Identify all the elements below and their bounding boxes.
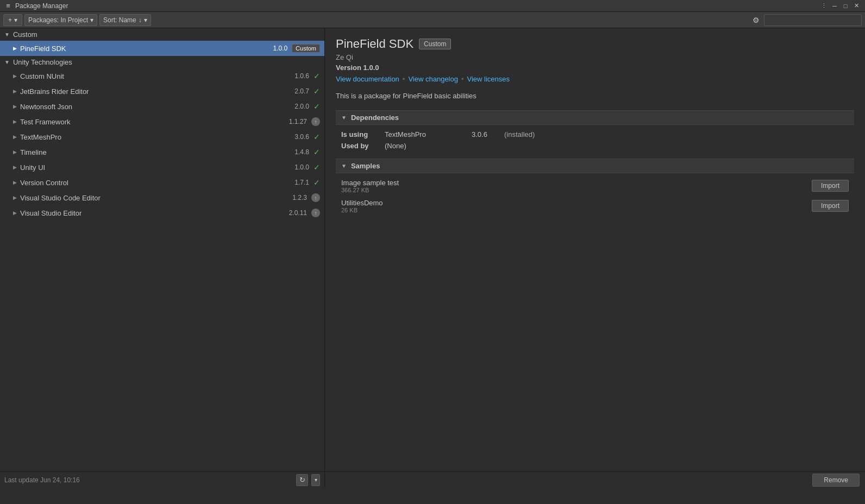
settings-gear-icon[interactable]: ⚙ — [750, 14, 762, 26]
group-custom-label: Custom — [13, 30, 37, 39]
package-item-vs-editor[interactable]: ▶ Visual Studio Editor 2.0.11 ↑ — [0, 205, 324, 220]
package-item-textmeshpro[interactable]: ▶ TextMeshPro 3.0.6 ✓ — [0, 129, 324, 144]
last-update-text: Last update Jun 24, 10:16 — [4, 476, 293, 484]
package-arrow: ▶ — [13, 149, 17, 155]
package-name-newtonsoft: Newtonsoft Json — [20, 103, 294, 111]
dependencies-title: Dependencies — [351, 114, 399, 122]
package-version-vs-editor: 2.0.11 — [289, 209, 307, 217]
package-item-newtonsoft[interactable]: ▶ Newtonsoft Json 2.0.0 ✓ — [0, 99, 324, 114]
sample-info-image: Image sample test 366.27 KB — [341, 179, 803, 193]
packages-label: Packages: In Project — [28, 16, 88, 24]
sample-size-image: 366.27 KB — [341, 187, 803, 193]
sample-name-image: Image sample test — [341, 179, 803, 187]
pkg-links: View documentation • View changelog • Vi… — [336, 75, 854, 83]
package-version-test-framework: 1.1.27 — [289, 118, 307, 125]
status-up-vscode-editor: ↑ — [311, 193, 320, 202]
add-button[interactable]: + ▾ — [3, 14, 22, 26]
package-name-vscode-editor: Visual Studio Code Editor — [20, 194, 292, 202]
package-name-test-framework: Test Framework — [20, 118, 289, 126]
package-item-test-framework[interactable]: ▶ Test Framework 1.1.27 ↑ — [0, 114, 324, 129]
package-version-custom-nunit: 1.0.6 — [294, 72, 309, 80]
sample-name-utilities: UtilitiesDemo — [341, 199, 803, 207]
samples-section-header[interactable]: ▼ Samples — [336, 159, 854, 173]
package-item-custom-nunit[interactable]: ▶ Custom NUnit 1.0.6 ✓ — [0, 68, 324, 84]
package-version-version-control: 1.7.1 — [294, 179, 309, 186]
title-bar-minimize-btn[interactable]: ─ — [830, 2, 839, 10]
title-bar-maximize-btn[interactable]: □ — [841, 2, 850, 10]
package-name-custom-nunit: Custom NUnit — [20, 72, 294, 80]
refresh-dropdown-button[interactable]: ▾ — [311, 474, 320, 486]
group-unity-technologies[interactable]: ▼ Unity Technologies — [0, 56, 324, 68]
sort-label: Sort: Name — [103, 16, 136, 24]
dep-status-textmeshpro: (installed) — [504, 130, 535, 138]
title-bar-controls: ⋮ ─ □ ✕ — [819, 2, 861, 10]
right-bottom-bar: Remove — [325, 471, 865, 488]
package-item-unity-ui[interactable]: ▶ Unity UI 1.0.0 ✓ — [0, 160, 324, 175]
package-item-jetbrains[interactable]: ▶ JetBrains Rider Editor 2.0.7 ✓ — [0, 84, 324, 99]
dep-name-textmeshpro: TextMeshPro — [385, 130, 472, 138]
pkg-title-row: PineField SDK Custom — [336, 37, 854, 51]
package-item-timeline[interactable]: ▶ Timeline 1.4.8 ✓ — [0, 144, 324, 160]
dep-label-usedby: Used by — [341, 142, 385, 150]
package-arrow: ▶ — [13, 165, 17, 170]
view-changelog-link[interactable]: View changelog — [408, 75, 458, 83]
package-manager-icon: ≡ — [4, 2, 12, 10]
import-button-image[interactable]: Import — [812, 180, 849, 192]
status-check-timeline: ✓ — [314, 148, 320, 156]
view-documentation-link[interactable]: View documentation — [336, 75, 399, 83]
package-item-vscode-editor[interactable]: ▶ Visual Studio Code Editor 1.2.3 ↑ — [0, 190, 324, 205]
sample-info-utilities: UtilitiesDemo 26 KB — [341, 199, 803, 213]
group-unity-label: Unity Technologies — [13, 58, 72, 66]
packages-dropdown-arrow: ▾ — [90, 16, 93, 24]
dep-label-isusing: Is using — [341, 130, 385, 138]
title-bar-menu-btn[interactable]: ⋮ — [819, 2, 828, 10]
package-version-vscode-editor: 1.2.3 — [292, 194, 307, 201]
packages-dropdown[interactable]: Packages: In Project ▾ — [24, 14, 97, 26]
package-arrow: ▶ — [13, 46, 17, 51]
package-name-jetbrains: JetBrains Rider Editor — [20, 87, 294, 96]
title-bar-close-btn[interactable]: ✕ — [852, 2, 861, 10]
toolbar: + ▾ Packages: In Project ▾ Sort: Name ↓ … — [0, 12, 865, 28]
pkg-version: Version 1.0.0 — [336, 64, 854, 72]
main-layout: ▼ Custom ▶ PineField SDK 1.0.0 Custom ▼ … — [0, 28, 865, 488]
package-arrow: ▶ — [13, 104, 17, 109]
package-version-textmeshpro: 3.0.6 — [294, 133, 309, 141]
import-button-utilities[interactable]: Import — [812, 200, 849, 212]
dep-row-usedby: Used by (None) — [341, 142, 849, 150]
remove-button[interactable]: Remove — [812, 474, 860, 487]
package-version-jetbrains: 2.0.7 — [294, 87, 309, 95]
right-panel: PineField SDK Custom Ze Qi Version 1.0.0… — [325, 28, 865, 471]
package-arrow: ▶ — [13, 134, 17, 140]
pkg-author: Ze Qi — [336, 53, 854, 61]
package-version-newtonsoft: 2.0.0 — [294, 103, 309, 110]
package-arrow: ▶ — [13, 119, 17, 124]
samples-title: Samples — [351, 162, 380, 170]
bottom-bar: Last update Jun 24, 10:16 ↻ ▾ — [0, 471, 324, 488]
refresh-button[interactable]: ↻ — [296, 474, 308, 486]
pkg-custom-badge: Custom — [419, 39, 451, 49]
package-arrow: ▶ — [13, 89, 17, 94]
group-custom[interactable]: ▼ Custom — [0, 28, 324, 41]
samples-table: Image sample test 366.27 KB Import Utili… — [336, 179, 854, 213]
title-bar-title: Package Manager — [15, 2, 819, 10]
dep-row-isusing: Is using TextMeshPro 3.0.6 (installed) — [341, 130, 849, 138]
package-name-vs-editor: Visual Studio Editor — [20, 209, 289, 217]
search-input[interactable] — [764, 14, 862, 26]
package-item-pinefield-sdk[interactable]: ▶ PineField SDK 1.0.0 Custom — [0, 41, 324, 56]
package-name-timeline: Timeline — [20, 148, 294, 156]
status-check-textmeshpro: ✓ — [314, 133, 320, 141]
package-item-version-control[interactable]: ▶ Version Control 1.7.1 ✓ — [0, 175, 324, 190]
dependencies-section-header[interactable]: ▼ Dependencies — [336, 110, 854, 125]
status-up-test-framework: ↑ — [311, 117, 320, 126]
dep-table: Is using TextMeshPro 3.0.6 (installed) U… — [336, 130, 854, 150]
package-name-unity-ui: Unity UI — [20, 163, 294, 172]
sort-dropdown[interactable]: Sort: Name ↓ ▾ — [99, 14, 151, 26]
pkg-description: This is a package for PineField basic ab… — [336, 91, 854, 102]
package-arrow: ▶ — [13, 180, 17, 185]
sort-dropdown-arrow: ▾ — [144, 16, 147, 24]
view-licenses-link[interactable]: View licenses — [467, 75, 510, 83]
package-version-unity-ui: 1.0.0 — [294, 163, 309, 171]
package-arrow: ▶ — [13, 195, 17, 200]
sample-size-utilities: 26 KB — [341, 207, 803, 213]
status-up-vs-editor: ↑ — [311, 209, 320, 217]
